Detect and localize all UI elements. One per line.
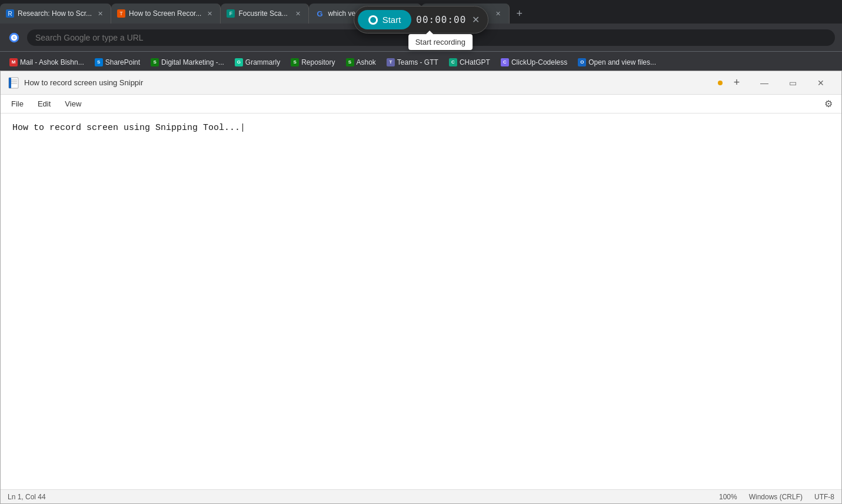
- record-dot-icon: [368, 15, 378, 25]
- bookmark-open-files[interactable]: O Open and view files...: [573, 56, 661, 69]
- tab-close-2[interactable]: ✕: [205, 9, 214, 18]
- svg-rect-4: [9, 78, 11, 88]
- menu-edit[interactable]: Edit: [32, 97, 56, 111]
- settings-button[interactable]: ⚙: [820, 96, 837, 112]
- tab-close-3[interactable]: ✕: [293, 9, 302, 18]
- tab-favicon-2: T: [117, 9, 125, 18]
- bookmark-clickup[interactable]: C ClickUp-Codeless: [496, 56, 572, 69]
- bookmark-label-repo: Repository: [301, 58, 335, 66]
- browser-window: R Research: How to Scr... ✕ T How to Scr…: [0, 0, 842, 504]
- close-button[interactable]: ✕: [807, 74, 834, 92]
- notepad-menu: File Edit View ⚙: [1, 95, 841, 114]
- tab-favicon-1: R: [6, 9, 14, 18]
- bookmark-label-dm: Digital Marketing -...: [161, 58, 224, 66]
- tab-favicon-4: G: [315, 9, 324, 18]
- bookmark-label-ashok: Ashok: [357, 58, 376, 66]
- svg-text:G: G: [13, 35, 16, 39]
- bookmark-ashok[interactable]: S Ashok: [341, 56, 381, 69]
- maximize-button[interactable]: ▭: [779, 74, 806, 92]
- bookmark-label-chatgpt: CHatGPT: [460, 58, 490, 66]
- unsaved-indicator: [718, 81, 723, 85]
- bookmark-label-grammarly: Grammarly: [245, 58, 280, 66]
- bookmark-icon-mail: M: [9, 58, 18, 66]
- cursor-position: Ln 1, Col 44: [8, 493, 46, 501]
- start-recording-tooltip: Start recording: [408, 34, 472, 50]
- tab-focusrite[interactable]: F Focusrite Sca... ✕: [221, 4, 309, 24]
- tab-close-1[interactable]: ✕: [95, 9, 105, 18]
- bookmark-mail[interactable]: M Mail - Ashok Bishn...: [5, 56, 89, 69]
- bookmark-icon-ashok: S: [346, 58, 354, 66]
- notepad-window: How to record screen using Snippir + — ▭…: [0, 71, 842, 504]
- zoom-level: 100%: [719, 493, 737, 501]
- bookmark-icon-files: O: [578, 58, 586, 66]
- status-bar: Ln 1, Col 44 100% Windows (CRLF) UTF-8: [1, 489, 841, 503]
- bookmark-chatgpt[interactable]: C CHatGPT: [444, 56, 495, 69]
- notepad-add-tab-button[interactable]: +: [727, 74, 746, 92]
- tooltip-text: Start recording: [415, 38, 465, 46]
- tab-screen-record[interactable]: T How to Screen Recor... ✕: [111, 4, 221, 24]
- bookmarks-bar: M Mail - Ashok Bishn... S SharePoint S D…: [0, 52, 842, 73]
- new-tab-button[interactable]: +: [510, 4, 530, 24]
- bookmark-grammarly[interactable]: G Grammarly: [230, 56, 285, 69]
- bookmark-label-sharepoint: SharePoint: [105, 58, 140, 66]
- bookmark-icon-repo: S: [291, 58, 299, 66]
- bookmark-repository[interactable]: S Repository: [286, 56, 340, 69]
- bookmark-icon-clickup: C: [501, 58, 509, 66]
- notepad-app-icon: [8, 77, 19, 89]
- record-dot-inner: [370, 17, 376, 23]
- bookmark-icon-chatgpt: C: [449, 58, 457, 66]
- bookmark-digital-marketing[interactable]: S Digital Marketing -...: [146, 56, 229, 69]
- bookmark-label-mail: Mail - Ashok Bishn...: [20, 58, 84, 66]
- editor-area[interactable]: How to record screen using Snipping Tool…: [1, 114, 841, 489]
- encoding: UTF-8: [814, 493, 834, 501]
- tab-title-1: Research: How to Scr...: [18, 9, 92, 18]
- tab-close-5[interactable]: ✕: [494, 9, 503, 18]
- notepad-title: How to record screen using Snippir: [24, 78, 711, 87]
- tab-favicon-3: F: [227, 9, 235, 18]
- start-recording-button[interactable]: Start: [358, 10, 412, 29]
- bookmark-icon-teams: T: [387, 58, 395, 66]
- recording-toolbar: Start 00:00:00 ✕: [354, 6, 489, 34]
- bookmark-icon-sharepoint: S: [95, 58, 103, 66]
- bookmark-teams[interactable]: T Teams - GTT: [382, 56, 443, 69]
- bookmark-label-teams: Teams - GTT: [397, 58, 438, 66]
- minimize-button[interactable]: —: [751, 74, 778, 92]
- bookmark-label-files: Open and view files...: [588, 58, 656, 66]
- recording-timer: 00:00:00: [416, 14, 466, 25]
- bookmark-sharepoint[interactable]: S SharePoint: [90, 56, 145, 69]
- tab-title-2: How to Screen Recor...: [129, 9, 201, 18]
- start-label: Start: [382, 15, 401, 25]
- bookmark-icon-grammarly: G: [235, 58, 243, 66]
- line-ending: Windows (CRLF): [749, 493, 803, 501]
- google-icon: G: [7, 31, 21, 45]
- bookmark-label-clickup: ClickUp-Codeless: [511, 58, 567, 66]
- editor-content: How to record screen using Snipping Tool…: [12, 123, 245, 133]
- tab-research[interactable]: R Research: How to Scr... ✕: [0, 4, 111, 24]
- notepad-titlebar: How to record screen using Snippir + — ▭…: [1, 71, 841, 95]
- bookmark-icon-dm: S: [151, 58, 159, 66]
- tab-title-3: Focusrite Sca...: [238, 9, 289, 18]
- window-controls: — ▭ ✕: [751, 74, 834, 92]
- menu-view[interactable]: View: [59, 97, 87, 111]
- menu-file[interactable]: File: [5, 97, 29, 111]
- recording-toolbar-close[interactable]: ✕: [471, 13, 481, 26]
